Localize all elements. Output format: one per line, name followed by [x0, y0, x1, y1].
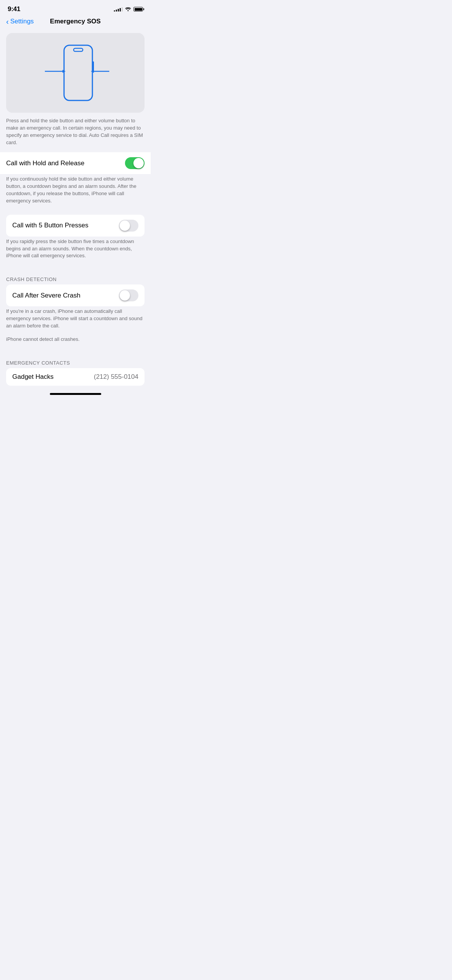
crash-description-1: If you're in a car crash, iPhone can aut…	[0, 306, 151, 336]
battery-icon	[133, 7, 143, 12]
contact-phone: (212) 555-0104	[94, 373, 138, 381]
section-divider-3	[0, 349, 151, 353]
wifi-icon	[125, 7, 131, 12]
emergency-contacts-section-label: EMERGENCY CONTACTS	[0, 353, 151, 368]
crash-detection-label: Call After Severe Crash	[12, 292, 81, 299]
crash-detection-card: Call After Severe Crash	[6, 284, 145, 306]
svg-rect-6	[92, 61, 94, 72]
crash-detection-toggle[interactable]	[119, 289, 138, 301]
call-5-presses-description: If you rapidly press the side button fiv…	[0, 237, 151, 266]
signal-icon	[114, 7, 123, 12]
call-5-presses-card: Call with 5 Button Presses	[6, 215, 145, 237]
home-indicator	[50, 393, 101, 395]
contact-name: Gadget Hacks	[12, 373, 54, 381]
toggle-5-knob	[120, 220, 130, 231]
emergency-contacts-card: Gadget Hacks (212) 555-0104	[6, 368, 145, 386]
crash-detection-section-label: CRASH DETECTION	[0, 270, 151, 284]
page-title: Emergency SOS	[50, 18, 100, 25]
back-chevron-icon: ‹	[6, 18, 9, 25]
status-bar: 9:41	[0, 0, 151, 16]
toggle-crash-knob	[120, 290, 130, 301]
call-hold-release-label: Call with Hold and Release	[6, 159, 84, 167]
toggle-knob	[133, 158, 144, 168]
back-label: Settings	[10, 18, 34, 25]
section-divider-2	[0, 266, 151, 270]
crash-detection-row: Call After Severe Crash	[6, 284, 145, 306]
svg-rect-0	[64, 45, 92, 100]
svg-rect-1	[74, 48, 83, 51]
call-hold-release-description: If you continuously hold the side button…	[0, 174, 151, 210]
illustration-description: Press and hold the side button and eithe…	[0, 113, 151, 152]
call-hold-release-row: Call with Hold and Release	[0, 152, 151, 174]
call-hold-release-toggle[interactable]	[125, 157, 145, 169]
status-icons	[114, 7, 143, 12]
nav-bar: ‹ Settings Emergency SOS	[0, 16, 151, 30]
phone-diagram	[37, 42, 114, 104]
crash-description-2: iPhone cannot detect all crashes.	[0, 336, 151, 349]
call-5-presses-label: Call with 5 Button Presses	[12, 222, 88, 229]
contact-row[interactable]: Gadget Hacks (212) 555-0104	[6, 368, 145, 386]
call-5-presses-row: Call with 5 Button Presses	[6, 215, 145, 237]
call-hold-release-card: Call with Hold and Release	[0, 152, 151, 174]
home-indicator-area	[0, 386, 151, 401]
illustration-area	[6, 33, 145, 113]
section-divider-1	[0, 211, 151, 215]
status-time: 9:41	[8, 5, 20, 13]
call-5-presses-toggle[interactable]	[119, 220, 138, 232]
